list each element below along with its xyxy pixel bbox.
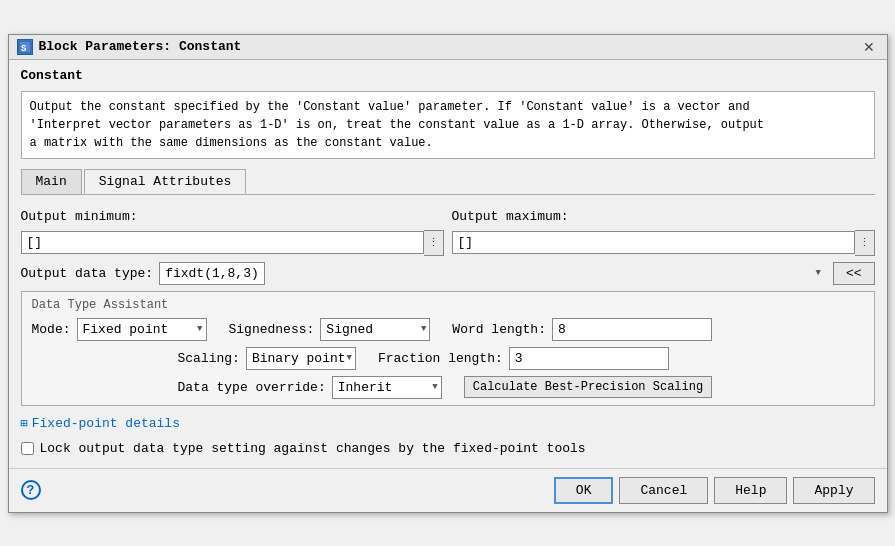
form-area: Output minimum: ⋮ Output maximum: ⋮ Out	[21, 201, 875, 456]
section-header: Constant	[21, 68, 875, 83]
chevron-button[interactable]: <<	[833, 262, 875, 285]
svg-text:S: S	[21, 44, 27, 54]
tab-main[interactable]: Main	[21, 169, 82, 194]
lock-checkbox-row: Lock output data type setting against ch…	[21, 441, 875, 456]
cancel-button[interactable]: Cancel	[619, 477, 708, 504]
dialog-icon: S	[17, 39, 33, 55]
mode-select[interactable]: Fixed point Double Single Boolean	[77, 318, 207, 341]
output-maximum-input[interactable]	[452, 231, 855, 254]
close-button[interactable]: ✕	[859, 40, 879, 54]
fraction-length-label: Fraction length:	[378, 351, 503, 366]
ok-button[interactable]: OK	[554, 477, 614, 504]
output-min-group: Output minimum: ⋮	[21, 209, 444, 256]
assistant-inner: Mode: Fixed point Double Single Boolean …	[32, 318, 864, 399]
override-select-wrapper: Inherit Off	[332, 376, 442, 399]
fixed-point-details-link[interactable]: Fixed-point details	[32, 416, 180, 431]
output-minimum-input-row: ⋮	[21, 230, 444, 256]
description-box: Output the constant specified by the 'Co…	[21, 91, 875, 159]
dialog-title: Block Parameters: Constant	[39, 39, 242, 54]
mode-select-wrapper: Fixed point Double Single Boolean	[77, 318, 207, 341]
output-minimum-dots-button[interactable]: ⋮	[424, 230, 444, 256]
output-maximum-dots-button[interactable]: ⋮	[855, 230, 875, 256]
output-max-group: Output maximum: ⋮	[452, 209, 875, 256]
override-select[interactable]: Inherit Off	[332, 376, 442, 399]
signedness-label: Signedness:	[229, 322, 315, 337]
output-minimum-label: Output minimum:	[21, 209, 444, 224]
word-length-label: Word length:	[452, 322, 546, 337]
tabs-container: Main Signal Attributes	[21, 169, 875, 195]
override-row: Data type override: Inherit Off Calculat…	[32, 376, 864, 399]
lock-checkbox[interactable]	[21, 442, 34, 455]
output-maximum-label: Output maximum:	[452, 209, 875, 224]
help-button[interactable]: Help	[714, 477, 787, 504]
expand-icon[interactable]: ⊞	[21, 416, 28, 431]
output-data-type-row: Output data type: fixdt(1,8,3) <<	[21, 262, 875, 285]
word-length-input[interactable]	[552, 318, 712, 341]
data-type-assistant: Data Type Assistant Mode: Fixed point Do…	[21, 291, 875, 406]
apply-button[interactable]: Apply	[793, 477, 874, 504]
dialog-content: Constant Output the constant specified b…	[9, 60, 887, 464]
output-minimum-input[interactable]	[21, 231, 424, 254]
block-parameters-dialog: S Block Parameters: Constant ✕ Constant …	[8, 34, 888, 513]
min-max-row: Output minimum: ⋮ Output maximum: ⋮	[21, 209, 875, 256]
description-text: Output the constant specified by the 'Co…	[30, 100, 765, 150]
assistant-title: Data Type Assistant	[32, 298, 864, 312]
footer-buttons: OK Cancel Help Apply	[554, 477, 875, 504]
mode-row: Mode: Fixed point Double Single Boolean …	[32, 318, 864, 341]
scaling-select-wrapper: Binary point Slope and bias	[246, 347, 356, 370]
scaling-label: Scaling:	[178, 351, 240, 366]
output-maximum-input-row: ⋮	[452, 230, 875, 256]
lock-checkbox-label: Lock output data type setting against ch…	[40, 441, 586, 456]
signedness-select[interactable]: Signed Unsigned	[320, 318, 430, 341]
title-bar: S Block Parameters: Constant ✕	[9, 35, 887, 60]
output-data-type-select-wrapper: fixdt(1,8,3)	[159, 262, 827, 285]
output-data-type-select[interactable]: fixdt(1,8,3)	[159, 262, 265, 285]
mode-label: Mode:	[32, 322, 71, 337]
help-icon[interactable]: ?	[21, 480, 41, 500]
fixed-point-details-row: ⊞ Fixed-point details	[21, 416, 875, 431]
fraction-length-input[interactable]	[509, 347, 669, 370]
footer: ? OK Cancel Help Apply	[9, 468, 887, 512]
output-data-type-label: Output data type:	[21, 266, 154, 281]
calc-best-precision-button[interactable]: Calculate Best-Precision Scaling	[464, 376, 712, 398]
signedness-select-wrapper: Signed Unsigned	[320, 318, 430, 341]
scaling-select[interactable]: Binary point Slope and bias	[246, 347, 356, 370]
data-type-override-label: Data type override:	[178, 380, 326, 395]
title-bar-left: S Block Parameters: Constant	[17, 39, 242, 55]
tab-signal-attributes[interactable]: Signal Attributes	[84, 169, 247, 194]
scaling-row: Scaling: Binary point Slope and bias Fra…	[32, 347, 864, 370]
